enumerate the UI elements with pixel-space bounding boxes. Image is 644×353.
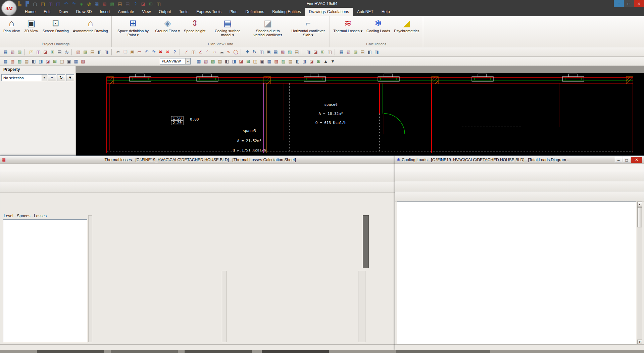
save-as-icon[interactable]: ◫	[55, 0, 62, 7]
ribbon-button-cooling-loads[interactable]: ❄Cooling Loads	[365, 17, 392, 34]
text-style-icon[interactable]: ◧	[96, 48, 103, 55]
block-icon[interactable]: ▦	[266, 58, 273, 65]
ellipse-icon[interactable]: ◯	[232, 48, 239, 55]
preview-icon[interactable]: ◎	[63, 48, 70, 55]
maximize-button[interactable]: □	[624, 0, 634, 7]
splitter[interactable]	[358, 271, 365, 342]
monitor-icon[interactable]: ▧	[9, 48, 16, 55]
hatch-icon[interactable]: ◧	[224, 58, 231, 65]
shade-hidden-icon[interactable]: ▧	[101, 0, 108, 7]
mirror-icon[interactable]: ◫	[258, 48, 265, 55]
line-style-4-icon[interactable]: ▤	[216, 58, 224, 65]
render-3d-icon[interactable]: ◫	[155, 0, 162, 7]
filter-icon[interactable]: ▼	[66, 74, 74, 81]
ribbon-button-ground-floor[interactable]: ◈Ground Floor ▾	[154, 17, 182, 34]
osnap-icon[interactable]: ▦	[338, 48, 345, 55]
tab-definitions[interactable]: Definitions	[241, 8, 268, 16]
bld-new-icon[interactable]: ▙	[16, 0, 23, 7]
quick-select-icon[interactable]: ⌖	[48, 74, 56, 81]
sheet-icon[interactable]: ⊞	[49, 48, 56, 55]
opening-icon[interactable]: ▤	[23, 58, 30, 65]
paste-icon[interactable]: ▣	[129, 48, 136, 55]
thermal-titlebar[interactable]: ▦ Thermal losses - [C:\FINE19_HVAC\CALC\…	[0, 156, 395, 164]
properties-icon[interactable]: ▤	[359, 48, 366, 55]
door-icon[interactable]: ▧	[9, 58, 16, 65]
help-icon[interactable]: ?	[132, 0, 139, 7]
cooling-minimize-button[interactable]: –	[615, 157, 622, 163]
move-icon[interactable]: ✚	[244, 48, 251, 55]
planview-selector[interactable]: PLANVIEW▼	[160, 58, 191, 64]
tab-draw[interactable]: Draw	[55, 8, 72, 16]
save-icon[interactable]: ◫	[35, 48, 42, 55]
ribbon-button-shades-due-to-vertical-cantilever[interactable]: ◪Shades due to vertical cantilever	[248, 17, 288, 38]
materials-icon[interactable]: ⊞	[315, 58, 322, 65]
circle-icon[interactable]: ○	[211, 48, 218, 55]
ribbon-button-axonometric-drawing[interactable]: ⌂Axonometric Drawing	[71, 17, 110, 34]
copy-icon[interactable]: ❐	[122, 48, 129, 55]
trim-icon[interactable]: ▨	[286, 48, 293, 55]
chevron-down-icon[interactable]: ▼	[42, 75, 47, 81]
cooling-close-button[interactable]: ✕	[631, 157, 642, 163]
leader-icon[interactable]: ▦	[72, 58, 80, 65]
cloud-icon[interactable]: ☁	[218, 48, 225, 55]
cooling-titlebar[interactable]: ❄ Cooling Loads - [C:\FINE19_HVAC\CALC\D…	[395, 156, 644, 164]
dim-linear-icon[interactable]: ◫	[58, 58, 65, 65]
scroll-down-icon[interactable]: ▼	[637, 340, 642, 345]
shade-render-icon[interactable]: ▤	[116, 0, 123, 7]
layers-icon[interactable]: ◨	[103, 48, 110, 55]
tab-edit[interactable]: Edit	[40, 8, 55, 16]
polyline-icon[interactable]: ∠	[197, 48, 204, 55]
ribbon-button-horizontal-cantilever-slab[interactable]: ⌐Horizontal cantilever Slab ▾	[288, 17, 328, 38]
chevron-down-icon[interactable]: ▼	[185, 58, 190, 64]
tab-autonet[interactable]: AutoNET	[353, 8, 378, 16]
ribbon-button-thermal-losses[interactable]: ≋Thermal Losses ▾	[332, 17, 364, 34]
grid-toggle-icon[interactable]: ▧	[345, 48, 352, 55]
close-button[interactable]: ✕	[634, 0, 644, 7]
line-icon[interactable]: ∕	[183, 48, 190, 55]
scroll-thumb[interactable]	[637, 207, 642, 227]
spaces-tree[interactable]	[3, 219, 87, 342]
tab-draw-3d[interactable]: Draw 3D	[72, 8, 96, 16]
palette-icon[interactable]: ▧	[75, 48, 82, 55]
spell-check-icon[interactable]: ▤	[89, 48, 96, 55]
shade-gouraud-icon[interactable]: ▨	[109, 0, 116, 7]
tab-express-tools[interactable]: Express Tools	[192, 8, 225, 16]
line-style-3-icon[interactable]: ▨	[209, 58, 216, 65]
column-icon[interactable]: ◧	[30, 58, 37, 65]
minimize-button[interactable]: –	[614, 0, 624, 7]
print-icon[interactable]: ▤	[56, 48, 63, 55]
tab-home[interactable]: Home	[21, 8, 40, 16]
undo-icon[interactable]: ↶	[62, 0, 69, 7]
doc-bld-icon[interactable]: ▨	[16, 48, 23, 55]
calculator-icon[interactable]: ◨	[373, 48, 380, 55]
orbit-icon[interactable]: ◈	[78, 0, 85, 7]
bld-open-icon[interactable]: ▛	[24, 0, 31, 7]
cut-icon[interactable]: ✂	[115, 48, 122, 55]
refresh-icon[interactable]: ↻	[57, 74, 65, 81]
open-icon[interactable]: ◰	[28, 48, 35, 55]
delete-x-icon[interactable]: ✖	[157, 48, 164, 55]
property-selector[interactable]: No selection▼	[1, 74, 47, 81]
splitter[interactable]	[222, 271, 227, 342]
redo-icon[interactable]: ↷	[70, 0, 77, 7]
arrow-down-icon[interactable]: ▼	[329, 58, 336, 65]
help-blue-icon[interactable]: ?	[171, 48, 178, 55]
print-icon[interactable]: ▤	[124, 0, 131, 7]
sun-icon[interactable]: ◪	[308, 58, 315, 65]
spline-icon[interactable]: ∿	[225, 48, 232, 55]
hatch-solid-icon[interactable]: ◨	[231, 58, 238, 65]
scroll-up-icon[interactable]: ▲	[637, 202, 642, 207]
splitter[interactable]	[88, 215, 92, 342]
format-brush-icon[interactable]: ▨	[82, 48, 89, 55]
ribbon-button-psychrometrics[interactable]: ◢Psychrometrics	[392, 17, 421, 34]
new-file-icon[interactable]: ▢	[32, 0, 39, 7]
ribbon-button-screen-drawing[interactable]: ⊡Screen Drawing	[41, 17, 70, 34]
sheet-grid-icon[interactable]: ◪	[42, 48, 49, 55]
region-icon[interactable]: ⊞	[245, 58, 252, 65]
zoom-window-icon[interactable]: ◨	[305, 48, 312, 55]
pan-icon[interactable]: ⊞	[319, 48, 326, 55]
ucs-icon[interactable]: ◧	[294, 58, 301, 65]
shade-wireframe-icon[interactable]: ▦	[93, 0, 100, 7]
cell-merge-icon[interactable]: ▣	[259, 58, 266, 65]
block-edit-icon[interactable]: ▧	[273, 58, 280, 65]
